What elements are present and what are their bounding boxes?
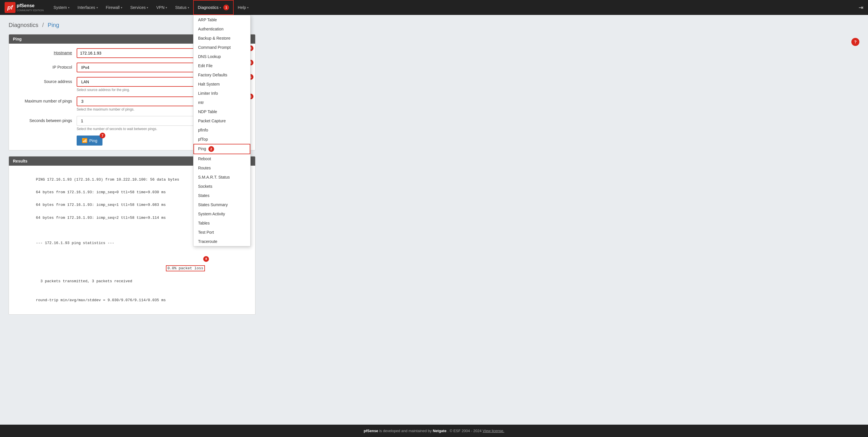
seconds-label: Seconds between pings	[13, 116, 76, 123]
footer: pfSense is developed and maintained by N…	[0, 425, 868, 437]
dropdown-sockets[interactable]: Sockets	[193, 182, 250, 191]
max-pings-label: Maximum number of pings	[13, 96, 76, 103]
footer-license-link[interactable]: View license.	[483, 429, 504, 433]
dropdown-command-prompt[interactable]: Command Prompt	[193, 43, 250, 52]
dropdown-test-port[interactable]: Test Port	[193, 228, 250, 237]
nav-vpn[interactable]: VPN ▾	[152, 0, 171, 15]
ping-button-wrap: 📶 Ping 7	[76, 135, 102, 146]
nav-vpn-link[interactable]: VPN ▾	[152, 0, 171, 15]
hostname-label: Hostname	[13, 48, 76, 55]
dropdown-ping[interactable]: Ping 2	[193, 144, 250, 154]
firewall-caret-icon: ▾	[121, 6, 122, 9]
help-caret-icon: ▾	[247, 6, 249, 9]
nav-help-link[interactable]: Help ▾	[234, 0, 253, 15]
nav-help[interactable]: Help ▾	[234, 0, 253, 15]
packet-loss-line: 3 packets transmitted, 3 packets receive…	[13, 279, 205, 290]
dropdown-routes[interactable]: Routes	[193, 163, 250, 173]
help-circle-icon[interactable]: ?	[851, 38, 859, 46]
source-address-label: Source address	[13, 77, 76, 84]
dropdown-system-activity[interactable]: System Activity	[193, 209, 250, 218]
brand-logo[interactable]: pf pfSense COMMUNITY EDITION	[5, 2, 43, 13]
dropdown-states-summary[interactable]: States Summary	[193, 200, 250, 209]
ping-button[interactable]: 📶 Ping	[76, 135, 102, 146]
dropdown-authentication[interactable]: Authentication	[193, 24, 250, 34]
services-caret-icon: ▾	[147, 6, 148, 9]
nav-firewall[interactable]: Firewall ▾	[102, 0, 126, 15]
navbar: pf pfSense COMMUNITY EDITION System ▾ In…	[0, 0, 868, 15]
interfaces-caret-icon: ▾	[96, 6, 98, 9]
ip-protocol-label: IP Protocol	[13, 63, 76, 69]
dropdown-pfinfo[interactable]: pfInfo	[193, 125, 250, 135]
dropdown-pftop[interactable]: pfTop	[193, 135, 250, 144]
footer-text: pfSense is developed and maintained by N…	[364, 429, 504, 433]
nav-services[interactable]: Services ▾	[126, 0, 152, 15]
help-icon-float: ?	[851, 38, 859, 46]
dropdown-packet-capture[interactable]: Packet Capture	[193, 116, 250, 125]
nav-system-link[interactable]: System ▾	[50, 0, 73, 15]
logo-text: pfSense COMMUNITY EDITION	[17, 3, 43, 12]
status-caret-icon: ▾	[188, 6, 189, 9]
nav-diagnostics-link[interactable]: Diagnostics ▾ 1	[193, 0, 234, 15]
dropdown-reboot[interactable]: Reboot	[193, 154, 250, 163]
dropdown-ndp-table[interactable]: NDP Table	[193, 107, 250, 116]
dropdown-mtr[interactable]: mtr	[193, 98, 250, 107]
page-wrapper: Diagnostics / Ping Ping Hostname 3	[0, 15, 868, 425]
ping-wifi-icon: 📶	[82, 138, 88, 143]
dropdown-edit-file[interactable]: Edit File	[193, 61, 250, 70]
nav-interfaces-link[interactable]: Interfaces ▾	[73, 0, 102, 15]
dropdown-smart-status[interactable]: S.M.A.R.T. Status	[193, 173, 250, 182]
packet-loss-badge: 8	[203, 256, 209, 262]
dropdown-arp-table[interactable]: ARP Table	[193, 15, 250, 24]
nav-status-link[interactable]: Status ▾	[171, 0, 193, 15]
nav-status[interactable]: Status ▾	[171, 0, 193, 15]
nav-system[interactable]: System ▾	[50, 0, 73, 15]
nav-services-link[interactable]: Services ▾	[126, 0, 152, 15]
diagnostics-dropdown: ARP Table Authentication Backup & Restor…	[193, 15, 251, 246]
dropdown-states[interactable]: States	[193, 191, 250, 200]
system-caret-icon: ▾	[68, 6, 69, 9]
dropdown-factory-defaults[interactable]: Factory Defaults	[193, 70, 250, 80]
logout-icon[interactable]: ⇥	[859, 4, 863, 11]
diagnostics-badge: 1	[223, 5, 229, 10]
vpn-caret-icon: ▾	[166, 6, 167, 9]
dropdown-halt-system[interactable]: Halt System	[193, 80, 250, 89]
dropdown-traceroute[interactable]: Traceroute	[193, 237, 250, 246]
ping-dropdown-badge: 2	[208, 146, 214, 152]
logo-icon: pf	[5, 2, 16, 13]
nav-interfaces[interactable]: Interfaces ▾	[73, 0, 102, 15]
navbar-right: ⇥	[859, 4, 863, 11]
pfsense-logo: pf pfSense COMMUNITY EDITION	[5, 2, 43, 13]
dropdown-backup-restore[interactable]: Backup & Restore	[193, 34, 250, 43]
diagnostics-caret-icon: ▾	[220, 6, 221, 9]
main-nav: System ▾ Interfaces ▾ Firewall ▾ Service…	[50, 0, 859, 15]
nav-diagnostics[interactable]: Diagnostics ▾ 1 ARP Table Authentication…	[193, 0, 234, 15]
dropdown-dns-lookup[interactable]: DNS Lookup	[193, 52, 250, 61]
dropdown-tables[interactable]: Tables	[193, 218, 250, 228]
ping-button-badge: 7	[100, 133, 105, 138]
nav-firewall-link[interactable]: Firewall ▾	[102, 0, 126, 15]
dropdown-limiter-info[interactable]: Limiter Info	[193, 89, 250, 98]
